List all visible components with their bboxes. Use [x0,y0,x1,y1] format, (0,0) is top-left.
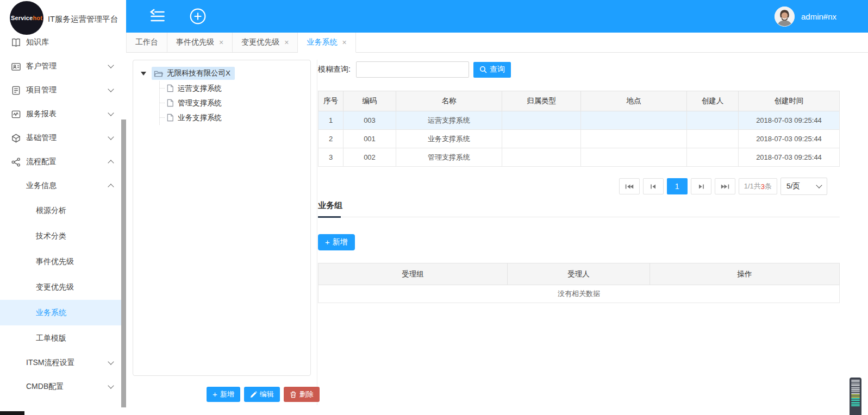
sidebar-scrollbar-thumb[interactable] [121,120,126,407]
tree-expand-icon[interactable] [141,72,146,76]
cell[interactable]: 2018-07-03 09:25:44 [739,130,840,148]
cell[interactable] [581,148,687,167]
user-avatar [775,7,795,27]
tab-incident-priority[interactable]: 事件优先级 [167,33,233,52]
sidebar-item-service-report[interactable]: 服务报表 [0,102,126,126]
cell[interactable]: 001 [344,130,396,148]
sidebar-item-business-system[interactable]: 业务系统 [0,300,126,325]
add-new-icon[interactable] [189,8,207,25]
cell[interactable] [581,111,687,130]
cell[interactable]: 业务支撑系统 [396,130,502,148]
tree-node-business-support[interactable]: 业务支撑系统 [160,110,310,125]
tab-change-priority[interactable]: 变更优先级 [233,33,298,52]
cell[interactable] [502,130,581,148]
sidebar-item-customer-mgmt[interactable]: 客户管理 [0,54,126,78]
table-row[interactable]: 1 003 运营支撑系统 2018-07-03 09:25:44 [319,111,840,130]
cell[interactable]: 2018-07-03 09:25:44 [739,111,840,130]
first-page-button[interactable] [619,178,640,194]
sidebar-item-business-info[interactable]: 业务信息 [0,174,126,198]
table-row[interactable]: 3 002 管理支撑系统 2018-07-03 09:25:44 [319,148,840,167]
sidebar-item-label: ITSM流程设置 [26,358,74,368]
col-header: 创建时间 [739,91,840,111]
tree-root-label: 无限科技有限公司X [167,68,230,78]
tab-workbench[interactable]: 工作台 [126,33,167,52]
col-header: 名称 [396,91,502,111]
sidebar-item-cmdb-config[interactable]: CMDB配置 [0,375,126,399]
file-icon [166,99,174,107]
col-header: 操作 [650,263,840,285]
tree-node-operation-support[interactable]: 运营支撑系统 [160,81,310,96]
tab-business-system[interactable]: 业务系统 [298,33,355,53]
cell[interactable]: 运营支撑系统 [396,111,502,130]
close-icon[interactable] [219,39,223,46]
file-icon [166,114,174,122]
last-page-button[interactable] [715,178,735,194]
tree-delete-button[interactable]: 删除 [284,387,320,402]
chevron-up-icon [108,160,114,166]
tree-root-selected[interactable]: 无限科技有限公司X [152,67,235,80]
prev-page-button[interactable] [643,178,664,194]
sidebar-item-process-config[interactable]: 流程配置 [0,150,126,174]
sidebar-item-basic-mgmt[interactable]: 基础管理 [0,126,126,150]
logo-text-service: Service [11,15,33,21]
sidebar-item-knowledge-base[interactable]: 知识库 [0,30,126,54]
button-label: 查询 [490,65,505,74]
fuzzy-search-label: 模糊查询: [318,65,351,74]
close-icon[interactable] [284,39,289,46]
chevron-down-icon [108,382,114,388]
fuzzy-search-input[interactable] [356,61,469,78]
panel-divider [317,60,317,405]
tree-node-management-support[interactable]: 管理支撑系统 [160,96,310,110]
page-info-suffix: 条 [765,181,772,191]
cell[interactable]: 1 [319,111,344,130]
cell[interactable]: 管理支撑系统 [396,148,502,167]
sidebar-item-label: 事件优先级 [36,257,74,267]
tree-add-button[interactable]: 新增 [207,387,240,402]
tree-edit-button[interactable]: 编辑 [244,387,280,402]
current-page-button[interactable]: 1 [667,178,688,194]
tree-children: 运营支撑系统 管理支撑系统 业务支撑系统 [159,81,310,125]
sidebar-item-ticket-template[interactable]: 工单模版 [0,325,126,351]
sidebar-item-itsm-process[interactable]: ITSM流程设置 [0,351,126,375]
cell[interactable] [502,148,581,167]
cell[interactable]: 2 [319,130,344,148]
next-page-button[interactable] [691,178,711,194]
cell[interactable] [581,130,687,148]
group-add-button[interactable]: 新增 [318,234,355,250]
col-header: 归属类型 [502,91,581,111]
sidebar-item-change-priority[interactable]: 变更优先级 [0,274,126,300]
sidebar-item-tech-category[interactable]: 技术分类 [0,223,126,249]
cell[interactable]: 3 [319,148,344,167]
cell[interactable] [687,148,739,167]
query-button[interactable]: 查询 [473,62,511,78]
tree-node-label: 运营支撑系统 [178,84,222,93]
button-label: 新增 [333,237,348,247]
cell[interactable]: 003 [344,111,396,130]
search-icon [479,66,487,73]
cell[interactable]: 2018-07-03 09:25:44 [739,148,840,167]
first-page-icon [625,184,634,190]
page-size-select[interactable]: 5/页 [780,178,827,195]
sidebar-item-incident-priority[interactable]: 事件优先级 [0,249,126,274]
sidebar-item-project-mgmt[interactable]: 项目管理 [0,78,126,102]
cell[interactable] [687,130,739,148]
tree-root-node[interactable]: 无限科技有限公司X [133,66,310,81]
cell[interactable] [687,111,739,130]
sidebar-item-label: 根源分析 [36,206,66,216]
app-window: Servicehot IT服务运营管理平台 知识库 客户管理 [0,0,868,415]
cell[interactable] [502,111,581,130]
chevron-down-icon [108,86,114,92]
user-menu[interactable]: admin#nx [775,0,836,33]
close-icon[interactable] [342,39,346,46]
tree-node-label: 业务支撑系统 [178,113,222,123]
top-navbar: admin#nx [126,0,868,33]
cell[interactable]: 002 [344,148,396,167]
fuzzy-search-row: 模糊查询: 查询 [318,61,840,78]
pencil-icon [250,391,257,398]
pagination-info: 1/1共3条 [739,178,777,194]
sidebar-item-label: 变更优先级 [36,282,74,292]
sidebar-item-root-cause[interactable]: 根源分析 [0,198,126,223]
collapse-sidebar-icon[interactable] [149,8,166,25]
table-row[interactable]: 2 001 业务支撑系统 2018-07-03 09:25:44 [319,130,840,148]
bottom-black-strip [0,411,24,415]
